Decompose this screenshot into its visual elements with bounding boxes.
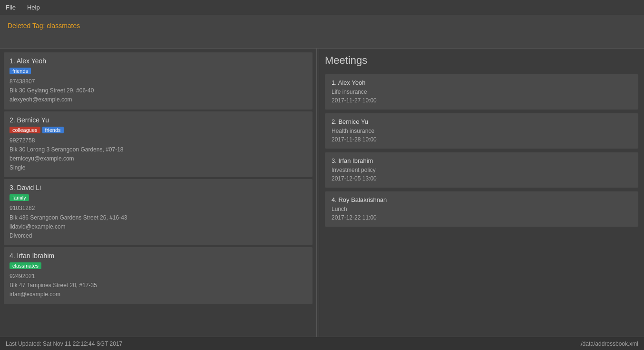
meeting-info: Investment policy2017-12-05 13:00 — [332, 166, 632, 183]
status-right: ./data/addressbook.xml — [579, 340, 638, 347]
statusbar: Last Updated: Sat Nov 11 22:12:44 SGT 20… — [0, 337, 644, 350]
notification-bar: Deleted Tag: classmates — [0, 15, 644, 49]
meeting-card[interactable]: 2. Bernice YuHealth insurance2017-11-28 … — [325, 113, 638, 149]
meeting-name: 2. Bernice Yu — [332, 118, 632, 125]
contact-tags: family — [10, 194, 307, 201]
meeting-info: Lunch2017-12-22 11:00 — [332, 205, 632, 222]
notification-text: Deleted Tag: classmates — [8, 22, 80, 30]
contact-tag[interactable]: family — [10, 194, 29, 201]
contacts-panel[interactable]: 1. Alex Yeohfriends87438807Blk 30 Geylan… — [0, 49, 316, 337]
meeting-card[interactable]: 1. Alex YeohLife insurance2017-11-27 10:… — [325, 74, 638, 110]
meeting-info: Life insurance2017-11-27 10:00 — [332, 88, 632, 105]
contact-tag[interactable]: friends — [10, 68, 31, 74]
meeting-name: 1. Alex Yeoh — [332, 79, 632, 86]
contact-name: 2. Bernice Yu — [10, 116, 307, 124]
contact-tags: friends — [10, 68, 307, 74]
menu-help[interactable]: Help — [25, 3, 42, 12]
contact-card[interactable]: 3. David Lifamily91031282Blk 436 Serango… — [4, 179, 312, 245]
contact-card[interactable]: 4. Irfan Ibrahimclassmates92492021Blk 47… — [4, 247, 312, 304]
menu-file[interactable]: File — [4, 3, 18, 12]
contact-info: 99272758Blk 30 Lorong 3 Serangoon Garden… — [10, 136, 307, 173]
contact-tag[interactable]: classmates — [10, 262, 41, 269]
meeting-card[interactable]: 3. Irfan IbrahimInvestment policy2017-12… — [325, 152, 638, 188]
contact-name: 3. David Li — [10, 184, 307, 191]
contact-card[interactable]: 1. Alex Yeohfriends87438807Blk 30 Geylan… — [4, 52, 312, 110]
meetings-title: Meetings — [325, 52, 638, 69]
contact-card[interactable]: 2. Bernice Yucolleaguesfriends99272758Bl… — [4, 111, 312, 178]
contact-name: 4. Irfan Ibrahim — [10, 252, 307, 260]
contact-tag[interactable]: friends — [42, 127, 64, 133]
contact-tag[interactable]: colleagues — [10, 127, 40, 133]
main-content: 1. Alex Yeohfriends87438807Blk 30 Geylan… — [0, 49, 644, 337]
contact-name: 1. Alex Yeoh — [10, 57, 307, 65]
contact-info: 91031282Blk 436 Serangoon Gardens Street… — [10, 204, 307, 240]
contact-tags: classmates — [10, 262, 307, 269]
contact-info: 92492021Blk 47 Tampines Street 20, #17-3… — [10, 272, 307, 300]
meeting-card[interactable]: 4. Roy BalakrishnanLunch2017-12-22 11:00 — [325, 191, 638, 227]
contact-tags: colleaguesfriends — [10, 127, 307, 133]
meeting-name: 4. Roy Balakrishnan — [332, 196, 632, 203]
meeting-info: Health insurance2017-11-28 10:00 — [332, 127, 632, 144]
meeting-name: 3. Irfan Ibrahim — [332, 157, 632, 164]
meetings-panel[interactable]: Meetings 1. Alex YeohLife insurance2017-… — [319, 49, 644, 337]
status-left: Last Updated: Sat Nov 11 22:12:44 SGT 20… — [6, 340, 122, 347]
menubar: File Help — [0, 0, 644, 15]
contact-info: 87438807Blk 30 Geylang Street 29, #06-40… — [10, 77, 307, 105]
